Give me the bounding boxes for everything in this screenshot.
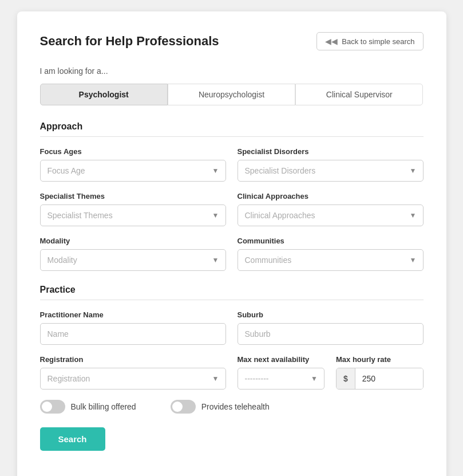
specialist-themes-label: Specialist Themes [40, 192, 226, 200]
telehealth-label: Provides telehealth [201, 402, 270, 411]
name-suburb-row: Practitioner Name Suburb [40, 310, 424, 345]
telehealth-toggle[interactable] [171, 400, 196, 414]
focus-ages-label: Focus Ages [40, 147, 226, 156]
bulk-billing-label: Bulk billing offered [71, 402, 136, 411]
clinical-approaches-select[interactable]: Clinical Approaches [238, 204, 424, 226]
suburb-input[interactable] [238, 323, 424, 345]
professional-type-tabs: Psychologist Neuropsychologist Clinical … [40, 84, 424, 105]
clinical-approaches-group: Clinical Approaches Clinical Approaches … [238, 192, 424, 226]
card-header: Search for Help Professionals ◀◀ Back to… [40, 32, 424, 50]
specialist-disorders-select[interactable]: Specialist Disorders [238, 160, 424, 182]
page-title: Search for Help Professionals [40, 34, 219, 49]
registration-select[interactable]: Registration [40, 368, 226, 390]
registration-label: Registration [40, 355, 226, 364]
specialist-disorders-group: Specialist Disorders Specialist Disorder… [238, 147, 424, 182]
modality-label: Modality [40, 237, 226, 245]
modality-communities-row: Modality Modality ▼ Communities Communit… [40, 237, 424, 271]
specialist-disorders-label: Specialist Disorders [238, 147, 424, 156]
tab-neuropsychologist[interactable]: Neuropsychologist [168, 84, 295, 105]
communities-group: Communities Communities ▼ [238, 237, 424, 271]
practice-section-title: Practice [40, 285, 424, 300]
max-availability-group: Max next availability --------- ▼ [238, 355, 325, 390]
suburb-group: Suburb [238, 310, 424, 345]
bulk-billing-toggle-row: Bulk billing offered [40, 400, 136, 414]
back-button-label: Back to simple search [342, 37, 414, 46]
hourly-rate-input[interactable] [355, 368, 423, 389]
specialist-themes-select-wrapper: Specialist Themes ▼ [40, 204, 226, 226]
back-to-simple-search-button[interactable]: ◀◀ Back to simple search [316, 32, 423, 50]
clinical-approaches-select-wrapper: Clinical Approaches ▼ [238, 204, 424, 226]
approach-section: Approach Focus Ages Focus Age ▼ Speciali… [40, 121, 424, 271]
modality-select-wrapper: Modality ▼ [40, 249, 226, 271]
bulk-billing-toggle[interactable] [40, 400, 65, 414]
telehealth-slider [171, 400, 196, 414]
specialist-themes-select[interactable]: Specialist Themes [40, 204, 226, 226]
toggle-row-group: Bulk billing offered Provides telehealth [40, 400, 424, 414]
communities-select-wrapper: Communities ▼ [238, 249, 424, 271]
practice-section: Practice Practitioner Name Suburb Regist… [40, 285, 424, 451]
modality-group: Modality Modality ▼ [40, 237, 226, 271]
focus-ages-select[interactable]: Focus Age [40, 160, 226, 182]
max-availability-label: Max next availability [238, 355, 325, 364]
max-availability-select-wrapper: --------- ▼ [238, 368, 325, 390]
looking-for-label: I am looking for a... [40, 66, 424, 76]
back-icon: ◀◀ [325, 37, 338, 46]
focus-ages-specialist-disorders-row: Focus Ages Focus Age ▼ Specialist Disord… [40, 147, 424, 182]
specialist-disorders-select-wrapper: Specialist Disorders ▼ [238, 160, 424, 182]
tab-clinical-supervisor[interactable]: Clinical Supervisor [295, 84, 423, 105]
registration-group: Registration Registration ▼ [40, 355, 226, 390]
specialist-themes-clinical-approaches-row: Specialist Themes Specialist Themes ▼ Cl… [40, 192, 424, 226]
registration-availability-rate-row: Registration Registration ▼ Max next ava… [40, 355, 424, 390]
bulk-billing-slider [40, 400, 65, 414]
max-availability-select[interactable]: --------- [238, 368, 325, 390]
practitioner-name-group: Practitioner Name [40, 310, 226, 345]
registration-select-wrapper: Registration ▼ [40, 368, 226, 390]
dollar-symbol: $ [337, 368, 355, 389]
specialist-themes-group: Specialist Themes Specialist Themes ▼ [40, 192, 226, 226]
suburb-label: Suburb [238, 310, 424, 319]
communities-label: Communities [238, 237, 424, 245]
practitioner-name-label: Practitioner Name [40, 310, 226, 319]
focus-ages-select-wrapper: Focus Age ▼ [40, 160, 226, 182]
main-card: Search for Help Professionals ◀◀ Back to… [17, 11, 446, 476]
rate-input-wrapper: $ [336, 368, 424, 390]
tab-psychologist[interactable]: Psychologist [40, 84, 168, 105]
max-hourly-rate-label: Max hourly rate [336, 355, 424, 364]
modality-select[interactable]: Modality [40, 249, 226, 271]
clinical-approaches-label: Clinical Approaches [238, 192, 424, 200]
search-button[interactable]: Search [40, 427, 105, 451]
practitioner-name-input[interactable] [40, 323, 226, 345]
telehealth-toggle-row: Provides telehealth [171, 400, 270, 414]
approach-section-title: Approach [40, 121, 424, 137]
communities-select[interactable]: Communities [238, 249, 424, 271]
max-hourly-rate-group: Max hourly rate $ [336, 355, 424, 390]
focus-ages-group: Focus Ages Focus Age ▼ [40, 147, 226, 182]
